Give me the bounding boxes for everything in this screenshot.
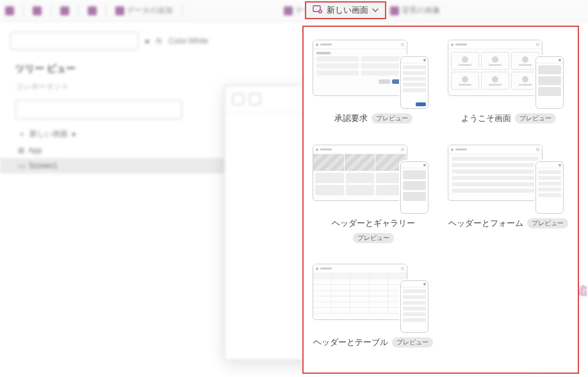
template-approval[interactable]: 承認要求 プレビュー bbox=[311, 38, 435, 124]
top-toolbar-blurred: データの追加 テーマ 背景色 背景の画像 bbox=[0, 0, 588, 22]
template-label: 承認要求 bbox=[334, 113, 368, 124]
preview-badge: プレビュー bbox=[372, 113, 412, 124]
new-screen-button[interactable]: 新しい画面 bbox=[305, 1, 386, 19]
chevron-down-icon bbox=[372, 6, 379, 15]
template-thumb bbox=[311, 262, 435, 333]
new-screen-dropdown: 承認要求 プレビュー bbox=[302, 26, 579, 374]
template-label: ヘッダーとギャラリー bbox=[332, 218, 415, 229]
dropdown-scroll[interactable]: 承認要求 プレビュー bbox=[304, 27, 578, 373]
template-header-table[interactable]: ヘッダーとテーブル プレビュー bbox=[311, 262, 435, 348]
template-label: ヘッダーとフォーム bbox=[448, 218, 523, 229]
template-thumb bbox=[446, 143, 570, 214]
workspace-blurred: = fx Color.White ツリー ビュー コンポーネント ＋新しい画面▾… bbox=[0, 24, 301, 377]
template-header-form[interactable]: ヘッダーとフォーム プレビュー bbox=[446, 143, 570, 243]
template-welcome[interactable]: ようこそ画面 プレビュー bbox=[446, 38, 570, 124]
template-header-gallery[interactable]: ヘッダーとギャラリー プレビュー bbox=[311, 143, 435, 243]
new-screen-icon bbox=[313, 4, 323, 17]
preview-badge: プレビュー bbox=[353, 233, 394, 243]
preview-badge: プレビュー bbox=[515, 113, 556, 124]
template-label: ようこそ画面 bbox=[461, 113, 511, 124]
template-thumb bbox=[446, 38, 570, 109]
template-thumb bbox=[311, 38, 435, 109]
template-thumb bbox=[311, 143, 435, 214]
preview-badge: プレビュー bbox=[527, 218, 568, 229]
preview-badge: プレビュー bbox=[392, 337, 433, 348]
template-label: ヘッダーとテーブル bbox=[313, 337, 388, 348]
new-screen-label: 新しい画面 bbox=[327, 4, 368, 16]
